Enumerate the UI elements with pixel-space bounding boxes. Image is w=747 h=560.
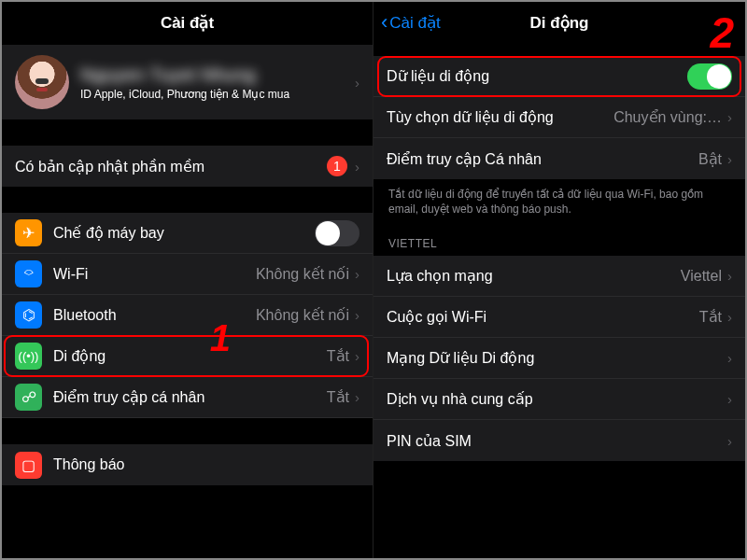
chevron-left-icon: ‹ bbox=[381, 12, 388, 33]
airplane-icon: ✈ bbox=[15, 219, 42, 246]
notifications-row[interactable]: ▢ Thông báo bbox=[2, 444, 373, 485]
cellular-panel: ‹ Cài đặt Di động 2 Dữ liệu di động Tùy … bbox=[374, 2, 745, 558]
profile-text: Nguyen Tuyet Nhung ID Apple, iCloud, Phư… bbox=[80, 64, 355, 101]
row-label: Cuộc gọi Wi-Fi bbox=[387, 308, 699, 326]
notification-icon: ▢ bbox=[15, 452, 42, 479]
page-title: Di động bbox=[530, 13, 589, 33]
profile-name: Nguyen Tuyet Nhung bbox=[80, 64, 355, 86]
avatar bbox=[15, 55, 69, 109]
wifi-icon: ⌔ bbox=[15, 260, 42, 287]
header: Cài đặt bbox=[2, 2, 373, 43]
personal-hotspot-row[interactable]: Điểm truy cập Cá nhân Bật › bbox=[374, 138, 745, 179]
carrier-header: VIETTEL bbox=[374, 220, 745, 256]
hotspot-icon: ☍ bbox=[15, 384, 42, 411]
row-label: PIN của SIM bbox=[387, 432, 727, 450]
software-update-row[interactable]: Có bản cập nhật phần mềm 1 › bbox=[2, 146, 373, 187]
row-label: Di động bbox=[53, 347, 327, 365]
step-number: 2 bbox=[710, 11, 734, 54]
row-label: Điểm truy cập Cá nhân bbox=[387, 150, 698, 168]
back-button[interactable]: ‹ Cài đặt bbox=[381, 12, 441, 33]
data-options-row[interactable]: Tùy chọn dữ liệu di động Chuyển vùng:… › bbox=[374, 97, 745, 138]
chevron-right-icon: › bbox=[727, 268, 732, 284]
row-value: Chuyển vùng:… bbox=[613, 108, 722, 126]
chevron-right-icon: › bbox=[355, 266, 359, 282]
apple-id-row[interactable]: Nguyen Tuyet Nhung ID Apple, iCloud, Phư… bbox=[2, 45, 373, 119]
airplane-mode-row[interactable]: ✈ Chế độ máy bay bbox=[2, 213, 373, 254]
row-value: Không kết nối bbox=[256, 265, 349, 283]
carrier-services-row[interactable]: Dịch vụ nhà cung cấp › bbox=[374, 379, 745, 420]
header: ‹ Cài đặt Di động bbox=[374, 2, 745, 43]
bluetooth-row[interactable]: ⌬ Bluetooth Không kết nối › bbox=[2, 295, 373, 336]
row-value: Viettel bbox=[681, 268, 722, 285]
chevron-right-icon: › bbox=[727, 109, 732, 125]
row-label: Điểm truy cập cá nhân bbox=[53, 388, 327, 406]
back-label: Cài đặt bbox=[389, 13, 440, 33]
airplane-toggle[interactable] bbox=[315, 220, 359, 246]
row-value: Không kết nối bbox=[256, 306, 349, 324]
chevron-right-icon: › bbox=[727, 151, 732, 167]
data-network-row[interactable]: Mạng Dữ liệu Di động › bbox=[374, 338, 745, 379]
profile-subtitle: ID Apple, iCloud, Phương tiện & Mục mua bbox=[80, 88, 355, 101]
settings-content: Nguyen Tuyet Nhung ID Apple, iCloud, Phư… bbox=[2, 43, 373, 558]
chevron-right-icon: › bbox=[727, 433, 732, 449]
wifi-calling-row[interactable]: Cuộc gọi Wi-Fi Tắt › bbox=[374, 297, 745, 338]
sim-pin-row[interactable]: PIN của SIM › bbox=[374, 420, 745, 461]
chevron-right-icon: › bbox=[355, 348, 359, 364]
settings-panel: Cài đặt Nguyen Tuyet Nhung ID Apple, iCl… bbox=[2, 2, 374, 558]
row-value: Tắt bbox=[699, 308, 722, 326]
row-label: Lựa chọn mạng bbox=[387, 267, 681, 285]
chevron-right-icon: › bbox=[355, 389, 359, 405]
row-label: Dữ liệu di động bbox=[387, 67, 687, 85]
bluetooth-icon: ⌬ bbox=[15, 301, 42, 329]
row-label: Thông báo bbox=[53, 456, 359, 473]
network-selection-row[interactable]: Lựa chọn mạng Viettel › bbox=[374, 256, 745, 297]
row-label: Tùy chọn dữ liệu di động bbox=[387, 108, 613, 126]
cellular-icon: ((•)) bbox=[15, 343, 42, 370]
row-label: Có bản cập nhật phần mềm bbox=[15, 158, 327, 175]
row-label: Dịch vụ nhà cung cấp bbox=[387, 390, 727, 408]
step-number: 1 bbox=[210, 319, 231, 357]
cellular-content: Dữ liệu di động Tùy chọn dữ liệu di động… bbox=[374, 43, 745, 558]
chevron-right-icon: › bbox=[727, 391, 732, 407]
footer-note: Tắt dữ liệu di động để truyền tất cả dữ … bbox=[374, 179, 745, 220]
wifi-row[interactable]: ⌔ Wi-Fi Không kết nối › bbox=[2, 254, 373, 295]
chevron-right-icon: › bbox=[727, 350, 732, 366]
chevron-right-icon: › bbox=[355, 307, 359, 323]
row-value: Tắt bbox=[327, 388, 349, 406]
cellular-data-toggle[interactable] bbox=[687, 63, 732, 90]
row-label: Chế độ máy bay bbox=[53, 224, 315, 242]
row-label: Mạng Dữ liệu Di động bbox=[387, 349, 727, 367]
hotspot-row[interactable]: ☍ Điểm truy cập cá nhân Tắt › bbox=[2, 377, 373, 418]
badge: 1 bbox=[327, 156, 347, 176]
page-title: Cài đặt bbox=[161, 13, 214, 33]
row-label: Wi-Fi bbox=[53, 266, 256, 283]
cellular-data-row[interactable]: Dữ liệu di động bbox=[374, 56, 745, 97]
chevron-right-icon: › bbox=[355, 75, 359, 91]
cellular-row[interactable]: ((•)) Di động Tắt › bbox=[2, 336, 373, 377]
row-value: Bật bbox=[698, 150, 722, 168]
chevron-right-icon: › bbox=[355, 159, 359, 175]
chevron-right-icon: › bbox=[727, 309, 732, 325]
row-value: Tắt bbox=[327, 347, 349, 365]
